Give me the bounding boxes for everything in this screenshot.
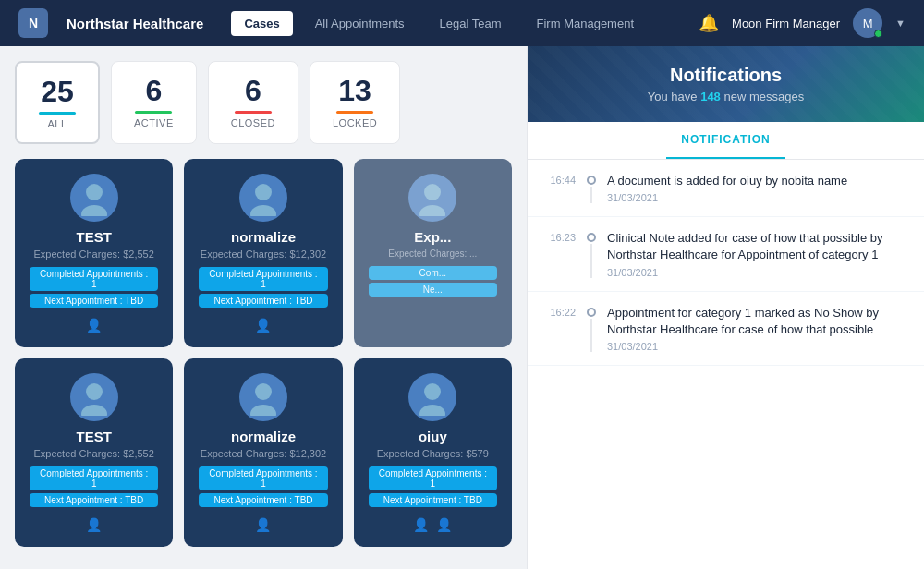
avatar[interactable]: M [853,8,882,38]
case-avatar-4 [70,373,118,421]
notif-dot-col-3 [587,305,596,352]
nav-logo: N [18,8,48,38]
case-badge2-2: Next Appointment : TBD [199,294,327,308]
user-icon-2: 👤 [255,318,271,333]
chevron-down-icon[interactable]: ▼ [895,18,906,29]
notif-dot-2 [587,233,596,242]
svg-point-4 [424,184,441,200]
notif-item-3: 16:22 Appointment for category 1 marked … [528,292,924,366]
notif-item-1: 16:44 A document is added for oiuy by no… [528,160,924,217]
notif-line-3 [590,319,592,352]
svg-point-1 [81,205,107,216]
notif-line-2 [590,244,592,277]
notif-text-3: Appointment for category 1 marked as No … [607,305,906,338]
stat-closed-label: CLOSED [231,117,275,128]
case-badge1-4: Completed Appointments : 1 [30,466,158,490]
case-charge-2: Expected Charges: $12,302 [201,248,326,260]
case-badge2-1: Next Appointment : TBD [30,294,158,308]
case-badge1-6: Completed Appointments : 1 [369,466,497,490]
online-dot [874,30,882,38]
case-card-partial-1[interactable]: Exp... Expected Charges: ... Com... Ne..… [354,159,512,347]
notif-time-3: 16:22 [546,307,576,352]
case-charge-6: Expected Charges: $579 [377,448,489,459]
notification-list: 16:44 A document is added for oiuy by no… [528,160,924,569]
stat-closed-bar [235,111,272,114]
nav-link-cases[interactable]: Cases [231,11,292,36]
stat-active[interactable]: 6 ACTIVE [111,61,197,144]
case-icons-5: 👤 [255,517,271,532]
notif-content-2: Clinical Note added for case of how that… [607,230,906,277]
right-panel: Notifications You have 148 new messages … [527,46,924,569]
case-badge2-6: Next Appointment : TBD [369,493,497,507]
stat-closed[interactable]: 6 CLOSED [208,61,298,144]
case-badge2-5: Next Appointment : TBD [199,493,327,507]
notif-dot-3 [587,308,596,317]
notif-date-2: 31/03/2021 [607,267,906,278]
case-badge1-2: Completed Appointments : 1 [199,267,327,291]
case-card-oiuy[interactable]: oiuy Expected Charges: $579 Completed Ap… [354,358,512,547]
case-card-normalize-2[interactable]: normalize Expected Charges: $12,302 Comp… [184,358,342,547]
stat-locked-label: LOCKED [333,117,377,128]
stat-locked[interactable]: 13 LOCKED [310,61,400,144]
stat-active-number: 6 [145,75,162,107]
notif-date-1: 31/03/2021 [607,192,906,203]
notif-item-2: 16:23 Clinical Note added for case of ho… [528,217,924,291]
svg-point-11 [419,405,445,416]
navbar: N Northstar Healthcare Cases All Appoint… [0,0,924,46]
notif-date-3: 31/03/2021 [607,341,906,352]
case-badge2-3: Ne... [369,283,497,297]
notification-subtitle: You have 148 new messages [546,90,906,103]
svg-point-10 [424,383,441,400]
notif-dot-col-2 [587,230,596,277]
svg-point-3 [250,205,276,216]
user-icon-6a: 👤 [413,517,429,532]
user-icon-4: 👤 [86,517,102,532]
svg-point-8 [255,383,272,400]
left-panel: 25 ALL 6 ACTIVE 6 CLOSED 13 LOCKED [0,46,527,569]
case-charge-3: Expected Charges: ... [388,248,477,259]
case-avatar-2 [239,174,287,222]
notif-content-1: A document is added for oiuy by nobita n… [607,173,906,203]
notif-line-1 [590,187,592,203]
stats-row: 25 ALL 6 ACTIVE 6 CLOSED 13 LOCKED [15,61,512,144]
stat-locked-number: 13 [338,75,371,107]
nav-link-firm[interactable]: Firm Management [524,11,647,36]
cases-grid-row1: TEST Expected Charges: $2,552 Completed … [15,159,512,347]
case-card-normalize-1[interactable]: normalize Expected Charges: $12,302 Comp… [184,159,342,347]
subtitle-suffix: new messages [721,90,804,103]
case-avatar-5 [239,373,287,421]
notif-text-2: Clinical Note added for case of how that… [607,230,906,263]
case-name-5: normalize [231,429,296,444]
notif-time-1: 16:44 [546,175,576,203]
case-avatar-1 [70,174,118,222]
notification-title: Notifications [546,65,906,86]
notif-time-2: 16:23 [546,232,576,277]
case-badge1-5: Completed Appointments : 1 [199,466,327,490]
svg-point-7 [81,405,107,416]
case-icons-4: 👤 [86,517,102,532]
case-card-test-1[interactable]: TEST Expected Charges: $2,552 Completed … [15,159,173,347]
case-avatar-6 [408,373,456,421]
case-card-test-2[interactable]: TEST Expected Charges: $2,552 Completed … [15,358,173,547]
stat-active-bar [135,111,172,114]
case-charge-1: Expected Charges: $2,552 [34,248,154,260]
stat-active-label: ACTIVE [134,117,174,128]
notification-header: Notifications You have 148 new messages [528,46,924,122]
nav-link-appointments[interactable]: All Appointments [302,11,418,36]
nav-link-legal[interactable]: Legal Team [427,11,515,36]
svg-point-2 [255,184,272,200]
stat-all[interactable]: 25 ALL [15,61,100,144]
svg-point-9 [250,405,276,416]
user-icon-6b: 👤 [436,517,452,532]
case-avatar-3 [408,174,456,222]
tab-notification[interactable]: NOTIFICATION [666,122,784,159]
notif-dot-col-1 [587,173,596,203]
bell-icon[interactable]: 🔔 [699,13,719,33]
notification-count: 148 [700,90,721,103]
notif-text-1: A document is added for oiuy by nobita n… [607,173,906,189]
case-charge-4: Expected Charges: $2,552 [34,448,154,459]
case-name-3: Exp... [414,229,451,245]
case-badge2-4: Next Appointment : TBD [30,493,158,507]
nav-brand: Northstar Healthcare [67,16,203,31]
case-name-1: TEST [76,229,111,245]
